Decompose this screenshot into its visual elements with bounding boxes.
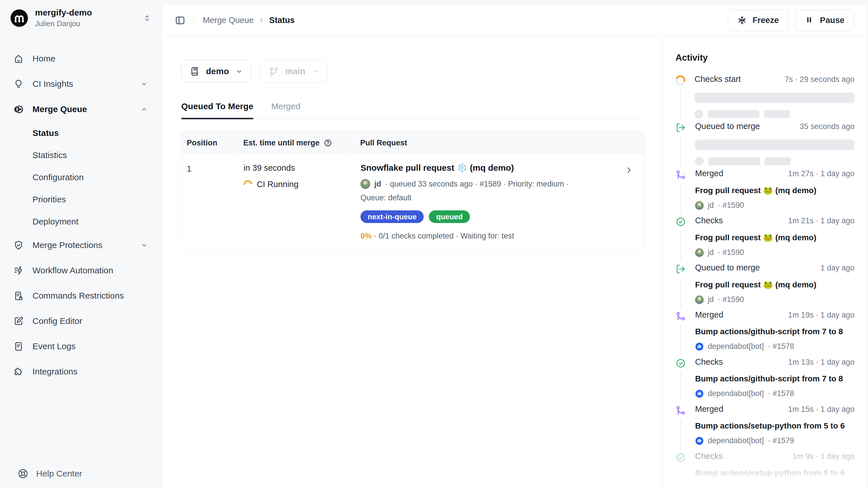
- org-switcher[interactable]: mergify-demo Julien Danjou: [0, 0, 161, 36]
- avatar: [695, 248, 704, 257]
- chevron-up-icon: [140, 105, 148, 113]
- activity-item: Checks1m 9s · 1 day ago Bump actions/set…: [676, 452, 855, 488]
- check-circle-icon: [676, 217, 686, 227]
- table-header: Position Est. time until merge Pull Requ…: [182, 132, 645, 154]
- chevron-down-icon: [140, 80, 148, 88]
- chevron-down-icon: [140, 241, 148, 249]
- main-panel: Merge Queue Status Freeze Pause demo mai: [161, 4, 868, 488]
- sidebar-subitem-statistics[interactable]: Statistics: [7, 144, 154, 166]
- help-circle-icon[interactable]: [324, 139, 332, 147]
- repo-book-icon: [190, 66, 199, 77]
- help-center-link[interactable]: Help Center: [17, 468, 82, 479]
- dependabot-icon: [695, 484, 704, 488]
- life-buoy-icon: [17, 468, 29, 479]
- pr-queue-line: Queue: default: [361, 194, 619, 202]
- sidebar-menu: Home CI Insights Merge Queue Status Stat…: [0, 36, 161, 384]
- sidebar: mergify-demo Julien Danjou Home CI Insig…: [0, 0, 161, 488]
- workflow-bolt-icon: [13, 265, 24, 276]
- git-merge-icon: [676, 170, 686, 180]
- activity-item: Queued to merge35 seconds ago: [676, 121, 855, 169]
- badge-queued: queued: [429, 210, 470, 223]
- git-merge-icon: [676, 405, 686, 415]
- sidebar-item-integrations[interactable]: Integrations: [7, 359, 154, 384]
- sidebar-item-home[interactable]: Home: [7, 46, 154, 71]
- git-merge-icon: [676, 311, 686, 321]
- pause-icon: [805, 16, 814, 25]
- sidebar-item-event-logs[interactable]: Event Logs: [7, 334, 154, 359]
- avatar: [695, 295, 704, 304]
- lightbulb-icon: [13, 79, 24, 89]
- pr-meta-text: · queued 33 seconds ago · #1589 · Priori…: [385, 180, 569, 189]
- queue-row[interactable]: 1 in 39 seconds CI Running Snowflake pul…: [182, 154, 645, 251]
- check-circle-icon: [676, 358, 686, 368]
- divider: [194, 15, 194, 26]
- skeleton-bar: [765, 157, 790, 165]
- activity-item: Checks1m 13s · 1 day ago Bump actions/gi…: [676, 357, 855, 404]
- skeleton-dot: [694, 110, 703, 118]
- sidebar-subitem-configuration[interactable]: Configuration: [7, 166, 154, 188]
- branch-select[interactable]: main: [260, 60, 328, 83]
- file-lock-icon: [13, 291, 24, 301]
- sidebar-item-workflow-automation[interactable]: Workflow Automation: [7, 258, 154, 283]
- freeze-button[interactable]: Freeze: [728, 10, 788, 31]
- queue-tabs: Queued To Merge Merged: [181, 102, 645, 119]
- chevrons-up-down-icon: [143, 13, 152, 23]
- skeleton-bar: [694, 92, 855, 103]
- checks-progress: 0%: [361, 232, 372, 240]
- activity-item: Merged1m 27s · 1 day ago Frog pull reque…: [676, 169, 855, 216]
- activity-pr-link[interactable]: Bump actions/setup-python from 5 to 6: [695, 468, 855, 478]
- sidebar-item-config-editor[interactable]: Config Editor: [7, 308, 154, 334]
- activity-pr-link[interactable]: Bump actions/setup-python from 5 to 6: [695, 421, 855, 431]
- sidebar-subitem-status[interactable]: Status: [7, 122, 154, 144]
- queued-to-merge-icon: [676, 122, 686, 133]
- dependabot-icon: [695, 436, 704, 445]
- activity-item: Merged1m 19s · 1 day ago Bump actions/gi…: [676, 310, 855, 357]
- file-text-icon: [13, 341, 24, 352]
- avatar: [695, 201, 704, 210]
- activity-pr-link[interactable]: Frog pull request 🐸 (mq demo): [695, 233, 855, 242]
- sidebar-toggle-button[interactable]: [174, 14, 186, 27]
- activity-pr-link[interactable]: Frog pull request 🐸 (mq demo): [695, 280, 855, 289]
- activity-item: Queued to merge1 day ago Frog pull reque…: [676, 263, 855, 310]
- queue-content: demo main Queued To Merge Merged Positio…: [162, 36, 663, 488]
- filters: demo main: [181, 60, 645, 83]
- breadcrumb-merge-queue[interactable]: Merge Queue: [203, 16, 254, 25]
- sidebar-item-merge-protections[interactable]: Merge Protections: [7, 232, 154, 258]
- pr-checks-line: 0% · 0/1 checks completed · Waiting for:…: [361, 232, 619, 240]
- row-pull-request: Snowflake pull request ❄️ (mq demo) jd ·…: [350, 154, 645, 251]
- activity-pr-link[interactable]: Bump actions/github-script from 7 to 8: [695, 374, 855, 383]
- activity-panel: Activity Checks start7s · 29 seconds ago…: [663, 36, 868, 488]
- pr-author: jd: [374, 180, 381, 189]
- activity-item: Merged1m 15s · 1 day ago Bump actions/se…: [676, 404, 855, 452]
- column-est-time: Est. time until merge: [234, 139, 350, 147]
- activity-pr-link[interactable]: Frog pull request 🐸 (mq demo): [695, 186, 855, 195]
- sidebar-subitem-priorities[interactable]: Priorities: [7, 188, 154, 210]
- sidebar-subitem-deployment[interactable]: Deployment: [7, 210, 154, 232]
- puzzle-icon: [13, 367, 24, 377]
- activity-title: Activity: [676, 53, 855, 63]
- row-chevron-right-icon[interactable]: [624, 166, 633, 175]
- pr-title[interactable]: Snowflake pull request ❄️ (mq demo): [361, 163, 619, 173]
- column-pull-request: Pull Request: [350, 139, 645, 147]
- snowflake-icon: [737, 16, 747, 25]
- sidebar-item-merge-queue[interactable]: Merge Queue: [7, 96, 154, 122]
- queued-to-merge-icon: [676, 264, 686, 274]
- repository-select[interactable]: demo: [181, 60, 251, 83]
- tab-merged[interactable]: Merged: [271, 102, 301, 119]
- chevron-down-icon: [235, 67, 243, 75]
- git-branch-icon: [269, 66, 279, 77]
- shield-check-icon: [13, 240, 24, 251]
- row-position: 1: [182, 154, 234, 251]
- pause-button[interactable]: Pause: [795, 10, 854, 31]
- badge-next-in-queue: next-in-queue: [361, 210, 424, 223]
- chevron-right-icon: [258, 17, 265, 24]
- chevron-down-icon: [312, 67, 319, 75]
- activity-pr-link[interactable]: Bump actions/github-script from 7 to 8: [695, 327, 855, 336]
- check-circle-icon: [676, 452, 686, 463]
- sidebar-item-ci-insights[interactable]: CI Insights: [7, 71, 154, 96]
- ci-spinner-icon: [242, 178, 254, 190]
- edit-square-icon: [13, 316, 24, 326]
- tab-queued-to-merge[interactable]: Queued To Merge: [181, 102, 253, 119]
- sidebar-item-commands-restrictions[interactable]: Commands Restrictions: [7, 283, 154, 308]
- skeleton-bar: [695, 140, 855, 150]
